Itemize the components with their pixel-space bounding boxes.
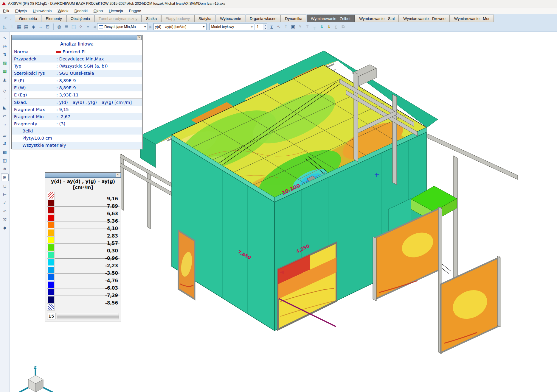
hatch-grid-icon[interactable]: ▩ [1, 149, 8, 156]
workplane-icon[interactable]: ⊢ [1, 191, 8, 198]
spin-up-icon[interactable]: ▲ [263, 24, 267, 27]
node-numbers-icon[interactable]: ⁘ [77, 23, 84, 30]
glasses-icon[interactable]: ∞ [1, 207, 8, 215]
tab-wymiarowanie-stal[interactable]: Wymiarowanie - Stal [355, 15, 399, 22]
min-max-envelope-icon[interactable]: Σ [268, 23, 275, 30]
annex-structure[interactable] [373, 186, 501, 354]
analysis-link-wszystkie-materiały[interactable]: Wszystkie materiały [12, 142, 142, 149]
panel-title-band[interactable]: ✕ [45, 173, 121, 178]
legend-value: 6,63 [107, 211, 118, 216]
parts-clover-icon[interactable]: ∗ [1, 165, 8, 172]
legend-swatch-7 [47, 244, 54, 251]
legend-title-line1: y(d) – ay(d) , y(g) – ay(g) [45, 179, 121, 185]
fragment-filter-icon[interactable]: ⊞ [1, 174, 9, 181]
menu-item-pomoc[interactable]: Pomoc [126, 9, 144, 13]
dot-grid-icon[interactable]: ⁙ [1, 96, 8, 103]
u-bracket-icon[interactable]: ⊔ [1, 182, 8, 190]
prev-case-button[interactable]: ◀ [92, 25, 97, 29]
model-canvas[interactable]: 10,100 4,350 7,850 z ✕ Analiza liniowa N… [10, 32, 557, 392]
menu-item-licencja[interactable]: Licencja [106, 9, 126, 13]
rebar-down-yellow-icon[interactable]: ⇓ [325, 23, 332, 30]
diagram-fill-icon[interactable]: ◍ [56, 23, 63, 30]
report-maker-icon[interactable]: ▤ [23, 23, 30, 30]
next-case-button[interactable]: ▶ [148, 25, 153, 29]
display-mode-combo[interactable]: Model bryłowy ∨ [210, 23, 254, 30]
menu-item-widok[interactable]: Widok [55, 9, 72, 13]
row-label: E (W) [14, 85, 56, 90]
color-coding-icon[interactable]: ▧ [1, 59, 8, 66]
menu-item-okno[interactable]: Okno [91, 9, 106, 13]
analysis-info-panel[interactable]: ✕ Analiza liniowa NormaEurokod-PLPrzypad… [11, 35, 142, 149]
tab-elementy[interactable]: Elementy [42, 15, 66, 22]
result-list-icon[interactable]: ≡ [84, 23, 91, 30]
color-legend-panel[interactable]: ✕ y(d) – ay(d) , y(g) – ay(g) [cm²/m] 9,… [45, 172, 121, 321]
close-icon[interactable]: ✕ [137, 35, 142, 40]
renumber-icon[interactable]: ⇵ [1, 140, 8, 147]
column-result-icon[interactable]: ⌶ [304, 23, 311, 30]
analysis-link-belki[interactable]: Belki [12, 127, 142, 135]
zoom-icon[interactable]: ◎ [1, 43, 8, 50]
rebar-down-teal-icon[interactable]: ⇓ [318, 23, 325, 30]
z-axis-label: z [34, 364, 37, 370]
stretch-icon[interactable]: ↔ [1, 121, 8, 128]
palette-grid-icon[interactable]: ▦ [1, 68, 8, 75]
analysis-link-płyty-18-0-cm[interactable]: Płyty/18,0 cm [12, 135, 142, 142]
tab-geometria[interactable]: Geometria [15, 15, 41, 22]
row-value: Eurokod-PL [56, 49, 87, 54]
select-cursor-icon[interactable]: ↖ [1, 34, 8, 41]
load-case-combo[interactable]: Decydujące Min,Ma ▼ [97, 23, 148, 30]
mesh-dots-icon[interactable]: ⬚ [70, 23, 77, 30]
undo-icon[interactable]: ↶ [4, 16, 7, 21]
section-box-icon[interactable]: ▣ [289, 23, 297, 30]
spin-down-icon[interactable]: ▼ [263, 27, 267, 30]
level-elevation-icon[interactable]: ⊥ [8, 23, 15, 30]
menu-item-ustawienia[interactable]: Ustawienia [30, 9, 55, 13]
sum-results-icon[interactable]: Σ [332, 23, 339, 30]
render-dropdown-icon[interactable]: ⌄ [37, 23, 44, 30]
tab-wyboczenie[interactable]: Wyboczenie [216, 15, 245, 22]
tab-wymiarowanie-mur[interactable]: Wymiarowanie - Mur [450, 15, 494, 22]
tab-dynamika[interactable]: Dynamika [281, 15, 307, 22]
panel-title-band[interactable]: ✕ [12, 35, 142, 40]
tab-obciążenia[interactable]: Obciążenia [66, 15, 94, 22]
perspective-plane-icon[interactable]: ◺ [1, 23, 8, 30]
iso-view-section-icon[interactable]: ⊺ [282, 23, 289, 30]
step-spinner[interactable]: 1 ▲▼ [255, 23, 267, 30]
tab-statyka[interactable]: Statyka [194, 15, 215, 22]
cut-elements-icon[interactable]: ✂ [1, 112, 8, 119]
solid-cylinder-icon[interactable]: ◫ [1, 157, 8, 164]
close-icon[interactable]: ✕ [116, 173, 120, 177]
menu-item-dodatki[interactable]: Dodatki [72, 9, 91, 13]
table-browser-icon[interactable]: ▦ [15, 23, 23, 30]
analysis-row-fragmenty: Fragmenty: (3) [12, 120, 142, 127]
analysis-row-typ: Typ: (Wszystkie SGN (a, b)) [12, 63, 142, 70]
tab-wymiarowanie-drewno[interactable]: Wymiarowanie - Drewno [399, 15, 449, 22]
move-view-icon[interactable]: ⇅ [1, 51, 8, 58]
redo-dropdown-icon[interactable]: ⌄ [9, 16, 13, 21]
model-photo-icon[interactable]: ⊡ [44, 23, 51, 30]
tab-drgania-własne[interactable]: Drgania własne [246, 15, 281, 22]
layers-icon[interactable]: ⧉ [339, 23, 347, 30]
menu-bar: PlikEdycjaUstawieniaWidokDodatkiOknoLice… [0, 7, 557, 14]
quick-undo-group: ↶⌄ [0, 14, 15, 22]
section-lines-icon[interactable]: ≣ [63, 23, 70, 30]
brush-check-icon[interactable]: ✓ [1, 199, 8, 206]
setsquare-icon[interactable]: ◣ [1, 104, 8, 111]
legend-value: -7,29 [105, 293, 118, 298]
transform-triangles-icon[interactable]: ◭ [1, 76, 8, 83]
tab-wymiarowanie-żelbet[interactable]: Wymiarowanie - Żelbet [307, 15, 355, 22]
geometry-node-icon[interactable]: ◇ [1, 87, 8, 94]
info-icon[interactable]: ◆ [1, 224, 8, 231]
tab-siatka[interactable]: Siatka [142, 15, 161, 22]
render-view-icon[interactable]: ◈ [30, 23, 37, 30]
legend-swatch-14 [47, 296, 54, 303]
wrench-icon[interactable]: ⚒ [1, 216, 8, 223]
menu-item-edycja[interactable]: Edycja [12, 9, 30, 13]
result-slope-icon[interactable]: ∿ [275, 23, 282, 30]
extrude-plane-icon[interactable]: ▱ [1, 132, 8, 139]
plumb-line-icon[interactable]: ⊻ [297, 23, 304, 30]
beam-result-icon[interactable]: ╥ [311, 23, 318, 30]
menu-item-plik[interactable]: Plik [0, 9, 12, 13]
result-component-combo[interactable]: y(d) – ay(d) [cm²/m] ▼ [153, 23, 207, 30]
legend-level-count[interactable]: 15 [47, 313, 55, 319]
